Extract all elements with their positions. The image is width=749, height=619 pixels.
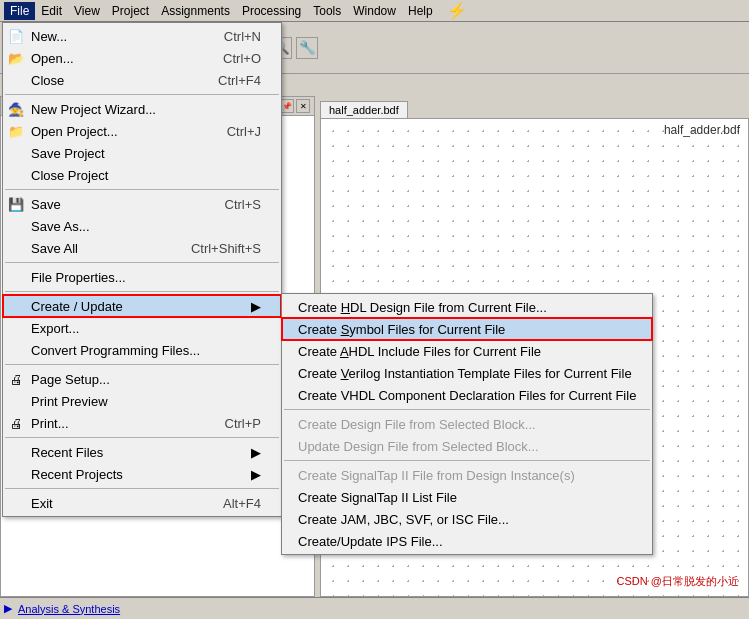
submenu-create-vhdl-label: Create VHDL Component Declaration Files … bbox=[298, 388, 636, 403]
menu-page-setup[interactable]: 🖨 Page Setup... bbox=[3, 368, 281, 390]
submenu-create-hdl-label: Create HDL Design File from Current File… bbox=[298, 300, 547, 315]
menu-new-project-wizard-label: New Project Wizard... bbox=[31, 102, 156, 117]
menu-new[interactable]: 📄 New... Ctrl+N bbox=[3, 25, 281, 47]
watermark-text: CSDN @日常脱发的小近 bbox=[617, 575, 739, 587]
menu-recent-files-label: Recent Files bbox=[31, 445, 103, 460]
submenu-create-verilog-label: Create Verilog Instantiation Template Fi… bbox=[298, 366, 632, 381]
panel-close[interactable]: ✕ bbox=[296, 99, 310, 113]
menu-print-label: Print... bbox=[31, 416, 69, 431]
tab-half-adder[interactable]: half_adder.bdf bbox=[320, 101, 408, 118]
submenu-create-signaltap-label: Create SignalTap II File from Design Ins… bbox=[298, 468, 575, 483]
save-icon: 💾 bbox=[7, 195, 25, 213]
menu-recent-projects-label: Recent Projects bbox=[31, 467, 123, 482]
submenu-create-signaltap: Create SignalTap II File from Design Ins… bbox=[282, 464, 652, 486]
watermark: CSDN @日常脱发的小近 bbox=[617, 574, 739, 589]
submenu-create-design-selected: Create Design File from Selected Block..… bbox=[282, 413, 652, 435]
menubar-edit[interactable]: Edit bbox=[35, 2, 68, 20]
menu-exit-label: Exit bbox=[31, 496, 53, 511]
menu-print-preview[interactable]: Print Preview bbox=[3, 390, 281, 412]
submenu-create-ips-label: Create/Update IPS File... bbox=[298, 534, 443, 549]
submenu-create-signaltap-list[interactable]: Create SignalTap II List File bbox=[282, 486, 652, 508]
menu-open-project-label: Open Project... bbox=[31, 124, 118, 139]
statusbar-text[interactable]: Analysis & Synthesis bbox=[18, 603, 120, 615]
menu-close-project[interactable]: Close Project bbox=[3, 164, 281, 186]
submenu-create-symbol[interactable]: Create Symbol Files for Current File bbox=[282, 318, 652, 340]
menu-export[interactable]: Export... bbox=[3, 317, 281, 339]
menu-open-project[interactable]: 📁 Open Project... Ctrl+J bbox=[3, 120, 281, 142]
menubar-tools[interactable]: Tools bbox=[307, 2, 347, 20]
menu-new-project-wizard[interactable]: 🧙 New Project Wizard... bbox=[3, 98, 281, 120]
canvas-filename: half_adder.bdf bbox=[664, 123, 740, 137]
menu-open[interactable]: 📂 Open... Ctrl+O bbox=[3, 47, 281, 69]
menu-recent-projects[interactable]: Recent Projects ▶ bbox=[3, 463, 281, 485]
menu-save-all-shortcut: Ctrl+Shift+S bbox=[151, 241, 261, 256]
menu-save-as-label: Save As... bbox=[31, 219, 90, 234]
sep5 bbox=[5, 364, 279, 365]
submenu-arrow: ▶ bbox=[231, 299, 261, 314]
menubar-assignments[interactable]: Assignments bbox=[155, 2, 236, 20]
submenu-update-design-selected-label: Update Design File from Selected Block..… bbox=[298, 439, 539, 454]
submenu-create-symbol-label: Create Symbol Files for Current File bbox=[298, 322, 505, 337]
submenu-create-jam-label: Create JAM, JBC, SVF, or ISC File... bbox=[298, 512, 509, 527]
panel-pin[interactable]: 📌 bbox=[280, 99, 294, 113]
menu-open-shortcut: Ctrl+O bbox=[183, 51, 261, 66]
menu-recent-files[interactable]: Recent Files ▶ bbox=[3, 441, 281, 463]
submenu-create-ahdl-label: Create AHDL Include Files for Current Fi… bbox=[298, 344, 541, 359]
menu-create-update-label: Create / Update bbox=[31, 299, 123, 314]
menu-print-shortcut: Ctrl+P bbox=[185, 416, 261, 431]
page-setup-icon: 🖨 bbox=[7, 370, 25, 388]
menu-new-label: New... bbox=[31, 29, 67, 44]
submenu-create-design-selected-label: Create Design File from Selected Block..… bbox=[298, 417, 536, 432]
menubar-project[interactable]: Project bbox=[106, 2, 155, 20]
toolbar-b2[interactable]: 🔧 bbox=[296, 37, 318, 59]
submenu-create-signaltap-list-label: Create SignalTap II List File bbox=[298, 490, 457, 505]
menu-new-shortcut: Ctrl+N bbox=[184, 29, 261, 44]
menubar-file[interactable]: File bbox=[4, 2, 35, 20]
menu-open-project-shortcut: Ctrl+J bbox=[187, 124, 261, 139]
menu-save[interactable]: 💾 Save Ctrl+S bbox=[3, 193, 281, 215]
menu-close-project-label: Close Project bbox=[31, 168, 108, 183]
sep6 bbox=[5, 437, 279, 438]
new-icon: 📄 bbox=[7, 27, 25, 45]
menu-export-label: Export... bbox=[31, 321, 79, 336]
menu-file-properties[interactable]: File Properties... bbox=[3, 266, 281, 288]
submenu-create-ips[interactable]: Create/Update IPS File... bbox=[282, 530, 652, 552]
recent-files-arrow: ▶ bbox=[231, 445, 261, 460]
submenu-create-verilog[interactable]: Create Verilog Instantiation Template Fi… bbox=[282, 362, 652, 384]
menu-save-as[interactable]: Save As... bbox=[3, 215, 281, 237]
sub-sep2 bbox=[284, 460, 650, 461]
submenu-create-jam[interactable]: Create JAM, JBC, SVF, or ISC File... bbox=[282, 508, 652, 530]
menu-save-all[interactable]: Save All Ctrl+Shift+S bbox=[3, 237, 281, 259]
menu-save-project[interactable]: Save Project bbox=[3, 142, 281, 164]
menu-convert-programming-label: Convert Programming Files... bbox=[31, 343, 200, 358]
statusbar-tab-icon: ▶ bbox=[4, 602, 12, 615]
sub-sep1 bbox=[284, 409, 650, 410]
open-icon: 📂 bbox=[7, 49, 25, 67]
submenu-create-ahdl[interactable]: Create AHDL Include Files for Current Fi… bbox=[282, 340, 652, 362]
menubar-processing[interactable]: Processing bbox=[236, 2, 307, 20]
menu-save-project-label: Save Project bbox=[31, 146, 105, 161]
menu-create-update[interactable]: Create / Update ▶ Create HDL Design File… bbox=[3, 295, 281, 317]
menu-exit[interactable]: Exit Alt+F4 bbox=[3, 492, 281, 514]
menu-close[interactable]: Close Ctrl+F4 bbox=[3, 69, 281, 91]
menu-open-label: Open... bbox=[31, 51, 74, 66]
menu-save-label: Save bbox=[31, 197, 61, 212]
menubar-view[interactable]: View bbox=[68, 2, 106, 20]
sep4 bbox=[5, 291, 279, 292]
menu-print[interactable]: 🖨 Print... Ctrl+P bbox=[3, 412, 281, 434]
open-project-icon: 📁 bbox=[7, 122, 25, 140]
menu-print-preview-label: Print Preview bbox=[31, 394, 108, 409]
sep2 bbox=[5, 189, 279, 190]
submenu-create-hdl[interactable]: Create HDL Design File from Current File… bbox=[282, 296, 652, 318]
create-update-submenu: Create HDL Design File from Current File… bbox=[281, 293, 653, 555]
menu-convert-programming[interactable]: Convert Programming Files... bbox=[3, 339, 281, 361]
menubar-window[interactable]: Window bbox=[347, 2, 402, 20]
menubar-help[interactable]: Help bbox=[402, 2, 439, 20]
menu-close-label: Close bbox=[31, 73, 64, 88]
sep1 bbox=[5, 94, 279, 95]
print-icon: 🖨 bbox=[7, 414, 25, 432]
file-menu: 📄 New... Ctrl+N 📂 Open... Ctrl+O Close C… bbox=[2, 22, 282, 517]
submenu-update-design-selected: Update Design File from Selected Block..… bbox=[282, 435, 652, 457]
submenu-create-vhdl[interactable]: Create VHDL Component Declaration Files … bbox=[282, 384, 652, 406]
recent-projects-arrow: ▶ bbox=[231, 467, 261, 482]
